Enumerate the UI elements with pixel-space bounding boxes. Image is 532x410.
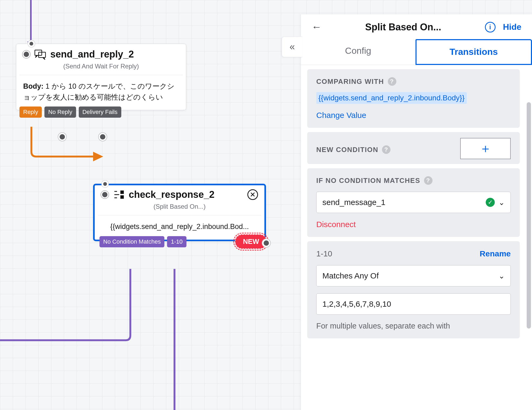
connector-reply-to-check <box>27 125 106 192</box>
outcome-delivery-fails[interactable]: Delivery Fails <box>79 106 121 118</box>
node-subtitle: (Send And Wait For Reply) <box>16 60 186 75</box>
condition-value-text: 1,2,3,4,5,6,7,8,9,10 <box>322 300 391 309</box>
back-arrow-icon[interactable]: ← <box>311 21 322 33</box>
properties-panel: ← Split Based On... i Hide « Config Tran… <box>301 14 532 410</box>
condition-title: 1-10 <box>316 249 332 258</box>
node-title: send_and_reply_2 <box>50 49 134 60</box>
no-match-select[interactable]: send_message_1 ✓ ⌄ <box>316 192 511 213</box>
section-new-condition: NEW CONDITION ? ＋ <box>307 132 520 164</box>
port-in[interactable] <box>28 40 35 47</box>
condition-help-text: For multiple values, separate each with <box>316 322 511 330</box>
select-value: send_message_1 <box>322 198 385 207</box>
section-no-match: IF NO CONDITION MATCHES ? send_message_1… <box>307 168 520 237</box>
info-icon[interactable]: i <box>485 22 496 32</box>
new-condition-label: NEW CONDITION <box>316 146 378 154</box>
section-condition-1: 1-10 Rename Matches Any Of ⌄ 1,2,3,4,5,6… <box>307 241 520 338</box>
outcome-no-reply[interactable]: No Reply <box>44 106 76 118</box>
operator-value: Matches Any Of <box>322 271 379 280</box>
port-in[interactable] <box>102 181 109 187</box>
node-title: check_response_2 <box>129 189 214 200</box>
svg-marker-2 <box>93 152 103 161</box>
help-icon[interactable]: ? <box>388 77 396 86</box>
node-status-dot <box>23 51 30 58</box>
disconnect-link[interactable]: Disconnect <box>316 220 511 229</box>
add-condition-button[interactable]: ＋ <box>460 138 511 159</box>
section-comparing-with: COMPARING WITH ? {{widgets.send_and_repl… <box>307 69 520 128</box>
no-match-label: IF NO CONDITION MATCHES <box>316 177 420 185</box>
comparing-label: COMPARING WITH <box>316 77 384 86</box>
tab-transitions[interactable]: Transitions <box>415 39 532 65</box>
rename-link[interactable]: Rename <box>480 249 511 258</box>
condition-value-input[interactable]: 1,2,3,4,5,6,7,8,9,10 <box>316 293 511 315</box>
connector-no-match <box>0 269 186 349</box>
close-icon[interactable]: ✕ <box>247 189 258 200</box>
node-send-and-reply[interactable]: send_and_reply_2 (Send And Wait For Repl… <box>16 44 186 110</box>
split-icon <box>113 189 124 200</box>
outcome-reply[interactable]: Reply <box>19 106 42 118</box>
operator-select[interactable]: Matches Any Of ⌄ <box>316 265 511 286</box>
node-check-response[interactable]: check_response_2 ✕ (Split Based On...) {… <box>93 184 266 241</box>
body-text: 1 から 10 のスケールで、このワークショップを友人に勧める可能性はどのくらい <box>23 82 174 101</box>
collapse-panel-icon[interactable]: « <box>282 36 302 57</box>
check-icon: ✓ <box>486 198 495 207</box>
body-label: Body: <box>23 82 44 90</box>
change-value-link[interactable]: Change Value <box>316 111 511 120</box>
outcome-1-10[interactable]: 1-10 <box>167 236 186 247</box>
panel-title: Split Based On... <box>322 22 485 33</box>
plus-icon: ＋ <box>479 140 492 157</box>
chevron-down-icon: ⌄ <box>498 272 505 280</box>
chat-icon <box>34 49 46 60</box>
outcome-no-match[interactable]: No Condition Matches <box>99 236 164 247</box>
tab-config[interactable]: Config <box>301 39 415 65</box>
help-icon[interactable]: ? <box>424 176 433 185</box>
comparing-value: {{widgets.send_and_reply_2.inbound.Body}… <box>316 92 467 104</box>
node-status-dot <box>101 191 109 198</box>
hide-button[interactable]: Hide <box>503 22 521 32</box>
tab-row: « Config Transitions <box>301 39 532 65</box>
help-icon[interactable]: ? <box>382 145 390 154</box>
node-subtitle: (Split Based On...) <box>95 201 264 215</box>
port-out-delivery-fails[interactable] <box>99 133 107 141</box>
scrollbar-thumb[interactable] <box>527 102 531 329</box>
port-out-new[interactable] <box>262 239 270 247</box>
node-body: Body: 1 から 10 のスケールで、このワークショップを友人に勧める可能性… <box>16 75 186 110</box>
connector-incoming <box>30 0 32 43</box>
connector-1-10 <box>170 269 181 410</box>
chevron-down-icon: ⌄ <box>498 198 505 207</box>
port-out-no-reply[interactable] <box>58 133 66 141</box>
